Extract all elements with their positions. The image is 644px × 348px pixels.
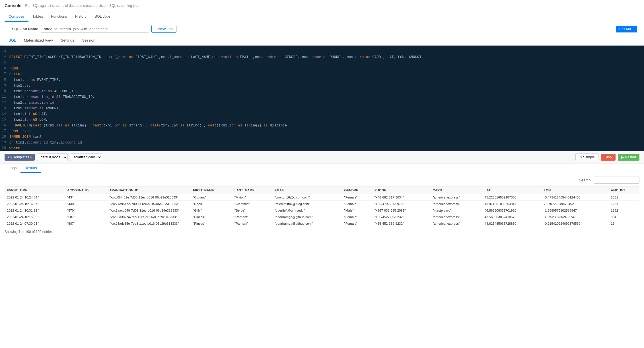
top-bar: Console - Run SQL against streams of dat… bbox=[0, 0, 644, 11]
table-cell: "americanexpress" bbox=[430, 194, 482, 201]
sub-tabs: SQL Materialized View Settings Session bbox=[0, 36, 644, 46]
table-cell: "xxx3aacd040-7d01-11ec-b016-06b29e313333… bbox=[107, 207, 191, 214]
theme-select[interactable]: solarized dark light monokai bbox=[70, 153, 102, 161]
table-cell: "Conant" bbox=[191, 194, 232, 201]
code-line-13: 13 txn1.amount as AMOUNT, bbox=[0, 106, 644, 111]
table-cell: "587" bbox=[65, 214, 107, 220]
sub-tab-settings[interactable]: Settings bbox=[57, 36, 78, 45]
table-cell: "Rees" bbox=[191, 201, 232, 207]
table-cell: -0.473416485440124466 bbox=[542, 194, 609, 201]
results-tabs: Logs Results bbox=[0, 163, 644, 173]
search-label: Search: bbox=[579, 178, 592, 182]
table-cell: 2022-01-24 10:24:34 " bbox=[5, 194, 65, 201]
col-lon: LON bbox=[542, 187, 609, 194]
table-cell: 43.560963052418570 bbox=[482, 214, 542, 220]
table-cell: "mastercard" bbox=[430, 207, 482, 214]
table-cell: "587" bbox=[65, 220, 107, 227]
table-cell: 2022-01-24 10:15:39 " bbox=[5, 214, 65, 220]
col-lat: LAT bbox=[482, 187, 542, 194]
table-cell: "xxx06d382ca-7cff-11ec-b016-06b29e313333… bbox=[107, 214, 191, 220]
stop-button[interactable]: Stop bbox=[601, 154, 616, 161]
code-line-11: 11 txn1.transaction_id AS TRANSACTION_ID… bbox=[0, 94, 644, 100]
table-cell: "rclemmittbx@blog.com" bbox=[272, 201, 342, 207]
showing-text: Showing 1 to 100 of 100 entries bbox=[5, 230, 639, 234]
col-amount: AMOUNT bbox=[609, 187, 639, 194]
table-cell: "+55-452-369-9232" bbox=[372, 214, 431, 220]
tab-sql-jobs[interactable]: SQL Jobs bbox=[90, 11, 115, 22]
table-cell: 1382 bbox=[609, 207, 639, 214]
col-phone: PHONE bbox=[372, 187, 431, 194]
col-account-id: ACCOUNT_ID bbox=[65, 187, 107, 194]
table-cell: 44.623485066728850 bbox=[482, 220, 542, 227]
code-line-15: 15 txn1.lon AS LON, bbox=[0, 117, 644, 123]
table-cell: 43.971651036253344 bbox=[482, 201, 542, 207]
refresh-icon: ↻ bbox=[579, 155, 582, 159]
table-cell: "43" bbox=[65, 194, 107, 201]
col-first-name: FIRST_NAME bbox=[191, 187, 232, 194]
table-cell: "Male" bbox=[342, 207, 372, 214]
code-line-6: 6 FROM ( bbox=[0, 66, 644, 71]
nav-tabs: Compose Tables Functions History SQL Job… bbox=[0, 11, 644, 22]
mode-select[interactable]: default mode SQL mode bbox=[37, 153, 68, 161]
code-line-17: 17 FROM txn1 bbox=[0, 128, 644, 134]
table-cell: 19 bbox=[609, 220, 639, 227]
code-line-5: 5 bbox=[0, 60, 644, 66]
tab-compose[interactable]: Compose bbox=[5, 11, 28, 22]
col-last-name: LAST_NAME bbox=[232, 187, 272, 194]
code-line-9: 9 txn2.ts, bbox=[0, 83, 644, 89]
table-cell: "xxx03adc55e-7ce8-11ec-b016-06b29e313333… bbox=[107, 220, 191, 227]
table-cell: "+267-932-535-2081" bbox=[372, 207, 431, 214]
job-name-label: SQL Job Name bbox=[7, 27, 38, 31]
templates-button[interactable]: </> Templates ▾ bbox=[5, 154, 35, 161]
table-cell: 7.370722549470452 bbox=[542, 201, 609, 207]
tab-functions[interactable]: Functions bbox=[47, 11, 71, 22]
table-cell: -1.6889576102586947 bbox=[542, 207, 609, 214]
col-email: EMAIL bbox=[272, 187, 342, 194]
sub-tab-materialized-view[interactable]: Materialized View bbox=[20, 36, 57, 45]
job-name-input[interactable] bbox=[41, 25, 149, 33]
search-input[interactable] bbox=[594, 177, 639, 184]
code-line-19: 19 on txn1.account_id=txn2.account_id bbox=[0, 140, 644, 146]
search-row: Search: bbox=[5, 177, 639, 184]
sub-tab-session[interactable]: Session bbox=[78, 36, 99, 45]
table-cell: 1231 bbox=[609, 201, 639, 207]
table-cell: "xxxc0f4481e-7d00-11ec-b016-06b29e313333… bbox=[107, 194, 191, 201]
code-line-10: 10 txn1.account_id as ACCOUNT_ID, bbox=[0, 89, 644, 94]
code-line-8: 8 txn1.ts as EVENT_TIME, bbox=[0, 77, 644, 83]
edit-mode-button[interactable]: Edit Mo... bbox=[616, 26, 637, 32]
tab-tables[interactable]: Tables bbox=[28, 11, 47, 22]
code-editor[interactable]: 3 4 SELECT EVENT_TIME,ACCOUNT_ID,TRANSAC… bbox=[0, 46, 644, 151]
table-cell: "americanexpress" bbox=[430, 220, 482, 227]
table-cell: "Myton" bbox=[232, 194, 272, 201]
table-row: 2022-01-24 10:15:39 ""587""xxx06d382ca-7… bbox=[5, 214, 639, 220]
table-cell: "gbertieft@umn.edu" bbox=[272, 207, 342, 214]
table-cell: "+66-479-687-6975" bbox=[372, 201, 431, 207]
table-header-row: EVENT_TIME ACCOUNT_ID TRANSACTION_ID FIR… bbox=[5, 187, 639, 194]
table-cell: "Female" bbox=[342, 194, 372, 201]
code-line-20: 20 where bbox=[0, 146, 644, 151]
sample-button[interactable]: ↻ Sample bbox=[575, 153, 598, 161]
code-line-3: 3 bbox=[0, 49, 644, 54]
table-cell: "Female" bbox=[342, 214, 372, 220]
table-cell: "americanexpress" bbox=[430, 201, 482, 207]
table-cell: "Pincas" bbox=[191, 214, 232, 220]
code-line-16: 16 HAVETOKM(cast (txn1.lat as string) , … bbox=[0, 123, 644, 128]
app-title: Console bbox=[5, 3, 21, 8]
code-line-4: 4 SELECT EVENT_TIME,ACCOUNT_ID,TRANSACTI… bbox=[0, 54, 644, 60]
restart-button[interactable]: ▶ Restart bbox=[618, 154, 639, 161]
table-cell: -0.215420924692378560 bbox=[542, 220, 609, 227]
results-tab-logs[interactable]: Logs bbox=[5, 163, 20, 173]
code-icon: </> bbox=[7, 155, 12, 159]
col-card: CARD bbox=[430, 187, 482, 194]
table-cell: 2022-01-24 10:16:37 " bbox=[5, 201, 65, 207]
new-job-button[interactable]: + New Job bbox=[151, 25, 176, 33]
results-tab-results[interactable]: Results bbox=[20, 163, 41, 173]
sub-tab-sql[interactable]: SQL bbox=[5, 36, 20, 45]
table-cell: "Gilly" bbox=[191, 207, 232, 214]
table-cell: "Parham" bbox=[232, 214, 272, 220]
tab-history[interactable]: History bbox=[71, 11, 90, 22]
table-cell: "430" bbox=[65, 201, 107, 207]
table-cell: "cmyton16@chron.com" bbox=[272, 194, 342, 201]
table-cell: 994 bbox=[609, 214, 639, 220]
play-icon: ▶ bbox=[621, 155, 624, 159]
